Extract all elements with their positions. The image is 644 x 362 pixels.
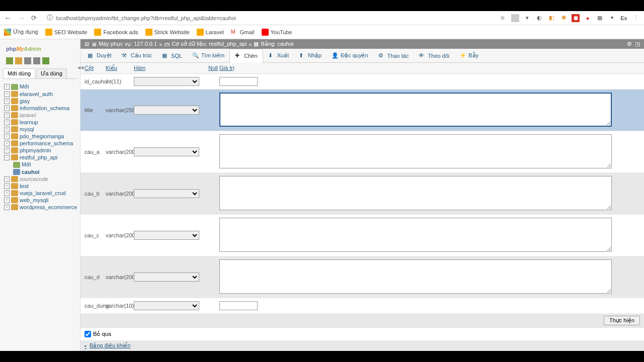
tree-item-laravel[interactable]: +laravel xyxy=(1,112,79,119)
tab-Chèn[interactable]: ✚Chèn xyxy=(229,49,263,63)
menu-icon[interactable]: ⋮ xyxy=(632,14,640,22)
hdr-null[interactable]: Null xyxy=(208,65,219,71)
expand-icon[interactable]: + xyxy=(4,120,10,125)
func-select-cau_d[interactable] xyxy=(134,273,199,282)
tree-item-cauhoi[interactable]: cauhoi xyxy=(1,168,79,175)
tab-Theo dõi[interactable]: 👁Theo dõi xyxy=(414,49,454,62)
ext-icon-7[interactable]: ● xyxy=(584,14,592,22)
hdr-kieu[interactable]: Kiểu xyxy=(106,65,134,71)
bc-table[interactable]: Bảng: cauhoi xyxy=(261,41,293,47)
skip-checkbox[interactable] xyxy=(85,331,91,337)
tree-item-restful_php_api[interactable]: −restful_php_api xyxy=(1,154,79,161)
home-icon[interactable] xyxy=(6,57,13,64)
ext-icon-9[interactable]: ✦ xyxy=(608,14,616,22)
bookmark-youtube[interactable]: YouTube xyxy=(262,29,292,36)
settings-icon[interactable] xyxy=(33,57,40,64)
tab-Duyệt[interactable]: ▦Duyệt xyxy=(83,49,117,62)
bookmark-star-icon[interactable]: ☆ xyxy=(500,15,505,21)
docs-icon[interactable] xyxy=(24,57,31,64)
expand-icon[interactable]: + xyxy=(4,191,10,196)
panel-row[interactable]: ▪ Bảng điều khiển xyxy=(80,340,644,351)
reload-button[interactable]: ⟳ xyxy=(31,14,37,22)
tab-favorites[interactable]: Ưa dùng xyxy=(36,68,67,78)
input-cau_d[interactable] xyxy=(219,259,612,294)
func-select-title[interactable] xyxy=(134,106,199,115)
gear-icon[interactable]: ⚙ xyxy=(627,41,632,47)
input-cau_b[interactable] xyxy=(219,176,612,210)
expand-icon[interactable]: + xyxy=(4,113,10,118)
address-bar[interactable]: ⓘ localhost/phpmyadmin/tbl_change.php?db… xyxy=(43,13,494,23)
tree-item-sourcecode[interactable]: +sourcecode xyxy=(1,175,79,183)
func-select-cau_dung[interactable] xyxy=(134,301,199,310)
bookmark-apps[interactable]: Ứng dụng xyxy=(4,29,38,36)
expand-icon[interactable]: + xyxy=(4,205,10,210)
expand-icon[interactable]: + xyxy=(4,198,10,203)
tree-item-web_mysqli[interactable]: +web_mysqli xyxy=(1,197,79,204)
bookmark-fb[interactable]: Facebook ads xyxy=(94,29,138,36)
expand-icon[interactable]: + xyxy=(4,84,10,89)
input-id_cauhoi[interactable] xyxy=(219,77,258,86)
tab-SQL[interactable]: ▦SQL xyxy=(157,49,187,62)
bookmark-strick[interactable]: Strick Website xyxy=(145,29,190,36)
phpmyadmin-logo[interactable]: phpMyAdmin xyxy=(0,41,80,55)
input-cau_dung[interactable] xyxy=(219,301,258,310)
reload-icon[interactable] xyxy=(42,57,49,64)
expand-icon[interactable]: + xyxy=(4,92,10,97)
tree-item-performance_schema[interactable]: +performance_schema xyxy=(1,140,79,147)
input-cau_c[interactable] xyxy=(219,218,612,252)
tree-item-wordpress_ecommerce[interactable]: +wordpress_ecommerce xyxy=(1,204,79,211)
hdr-giatri[interactable]: Giá trị xyxy=(219,65,640,71)
tab-Thao tác[interactable]: ⚙Thao tác xyxy=(373,49,414,62)
input-title[interactable] xyxy=(219,93,612,127)
tree-item-Mới[interactable]: Mới xyxy=(1,161,79,168)
bookmark-laravel[interactable]: Laravel xyxy=(197,29,224,36)
tree-item-mysql[interactable]: +mysql xyxy=(1,126,79,133)
tree-item-vuejs_laravel_crud[interactable]: +vuejs_laravel_crud xyxy=(1,190,79,197)
ext-icon-3[interactable]: ◐ xyxy=(535,14,543,22)
forward-button[interactable]: → xyxy=(18,14,25,22)
ext-icon-1[interactable] xyxy=(511,14,519,22)
sidebar-collapse-handle[interactable]: ◀◀ xyxy=(77,65,84,70)
ext-icon-5[interactable]: ✽ xyxy=(559,14,568,22)
func-select-cau_b[interactable] xyxy=(134,189,199,198)
hdr-cot[interactable]: Cột xyxy=(85,65,106,71)
ext-icon-6[interactable]: ◼ xyxy=(572,14,580,22)
tree-item-pdo_thegiomanga[interactable]: +pdo_thegiomanga xyxy=(1,133,79,140)
tab-Tìm kiếm[interactable]: 🔍Tìm kiếm xyxy=(187,49,229,62)
ext-icon-8[interactable]: ▦ xyxy=(596,14,604,22)
tab-Cấu trúc[interactable]: ⚒Cấu trúc xyxy=(117,49,157,62)
expand-icon[interactable]: + xyxy=(4,99,10,104)
func-select-cau_c[interactable] xyxy=(134,231,199,240)
tab-Nhập[interactable]: ⬆Nhập xyxy=(294,49,327,62)
expand-icon[interactable]: + xyxy=(4,141,10,146)
bc-db[interactable]: Cơ sở dữ liệu: restful_php_api xyxy=(172,41,247,47)
tab-recent[interactable]: Mới dùng xyxy=(3,68,35,78)
tree-item-information_schema[interactable]: +information_schema xyxy=(1,105,79,112)
func-select-id_cauhoi[interactable] xyxy=(134,77,199,86)
ext-icon-4[interactable]: ◧ xyxy=(547,14,555,22)
expand-icon[interactable]: + xyxy=(4,176,10,182)
expand-icon[interactable]: + xyxy=(4,148,10,153)
logout-icon[interactable] xyxy=(15,57,22,64)
input-cau_a[interactable] xyxy=(219,134,612,168)
tree-item-elaravel_auth[interactable]: +elaravel_auth xyxy=(1,90,79,98)
submit-button[interactable]: Thực hiện xyxy=(604,316,640,325)
back-button[interactable]: ← xyxy=(4,14,12,22)
tab-Đặc quyền[interactable]: 👤Đặc quyền xyxy=(327,49,373,62)
expand-icon[interactable]: − xyxy=(4,155,10,160)
tab-Xuất[interactable]: ⬇Xuất xyxy=(263,49,294,62)
collapse-icon[interactable]: ⊟ xyxy=(85,41,89,47)
tab-Bẫy[interactable]: ⚡Bẫy xyxy=(454,49,484,62)
func-select-cau_a[interactable] xyxy=(134,147,199,156)
bookmark-seo[interactable]: SEO Website xyxy=(45,29,88,36)
bc-server[interactable]: Máy phục vụ: 127.0.0.1 xyxy=(99,41,157,47)
tree-item-test[interactable]: +test xyxy=(1,183,79,190)
ext-icon-2[interactable]: ▾ xyxy=(523,14,531,22)
bookmark-gmail[interactable]: MGmail xyxy=(231,29,255,36)
tree-item-giay[interactable]: +giay xyxy=(1,98,79,105)
expand-icon[interactable]: + xyxy=(4,106,10,111)
hdr-ham[interactable]: Hàm xyxy=(134,65,208,71)
expand-icon[interactable]: + xyxy=(4,184,10,189)
help-icon[interactable]: ◳ xyxy=(635,41,640,47)
expand-icon[interactable]: + xyxy=(4,134,10,139)
